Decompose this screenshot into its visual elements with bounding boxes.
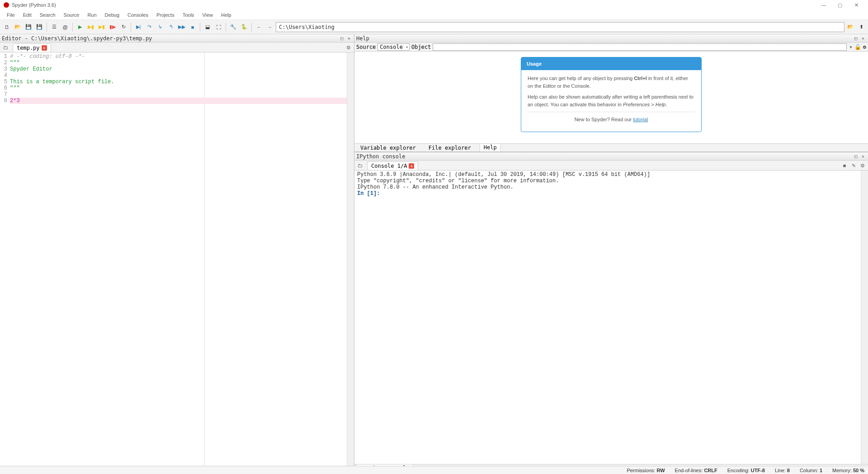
editor-tab-label: temp.py (17, 45, 40, 51)
console-body[interactable]: Python 3.6.9 |Anaconda, Inc.| (default, … (354, 171, 868, 464)
help-undock-icon[interactable]: ◰ (853, 35, 859, 42)
new-file-icon[interactable]: 🗋 (2, 22, 12, 32)
help-header-text: Help (356, 35, 369, 42)
close-pane-icon[interactable]: ✕ (346, 35, 352, 42)
console-close-icon[interactable]: ✕ (860, 153, 866, 160)
console-stop-icon[interactable]: ■ (841, 162, 848, 169)
debug-icon[interactable]: ▶| (133, 22, 143, 32)
step-out-icon[interactable]: ↰ (166, 22, 176, 32)
console-header: IPython console ◰ ✕ (354, 152, 868, 161)
editor-code[interactable]: # -*- coding: utf-8 -*-"""Spyder EditorT… (9, 52, 354, 472)
preferences-icon[interactable]: 🔧 (228, 22, 238, 32)
status-memory: Memory: 50 % (832, 468, 864, 473)
fullscreen-icon[interactable]: ⛶ (213, 22, 223, 32)
back-icon[interactable]: ← (254, 22, 264, 32)
console-remove-icon[interactable]: ✎ (850, 162, 857, 169)
help-pane: Help ◰ ✕ Source Console Object ▾ 🔓 ⚙ Usa… (354, 34, 868, 152)
dropdown-icon[interactable]: ▾ (849, 44, 853, 50)
menu-edit[interactable]: Edit (19, 11, 36, 19)
menu-source[interactable]: Source (60, 11, 84, 19)
usage-tutorial: New to Spyder? Read our tutorial (528, 116, 695, 123)
step-over-icon[interactable]: ↷ (144, 22, 154, 32)
tutorial-link[interactable]: tutorial (633, 117, 648, 122)
statusbar: Permissions: RW End-of-lines: CRLF Encod… (0, 466, 868, 472)
run-icon[interactable]: ▶ (75, 22, 85, 32)
usage-p2: Help can also be shown automatically aft… (528, 93, 695, 108)
console-scrollbar[interactable] (861, 171, 868, 464)
console-header-text: IPython console (356, 153, 405, 160)
source-label: Source (356, 44, 376, 50)
console-undock-icon[interactable]: ◰ (853, 153, 859, 160)
help-close-icon[interactable]: ✕ (860, 35, 866, 42)
menu-run[interactable]: Run (83, 11, 100, 19)
usage-title: Usage (521, 57, 701, 70)
console-tab[interactable]: Console 1/A ✕ (367, 161, 418, 170)
help-options-icon[interactable]: ⚙ (863, 44, 866, 50)
working-dir-input[interactable]: C:\Users\Xiaoting (276, 22, 844, 32)
editor-header: Editor - C:\Users\Xiaoting\.spyder-py3\t… (0, 34, 354, 43)
run-cell-advance-icon[interactable]: ▶▮ (97, 22, 107, 32)
usage-card: Usage Here you can get help of any objec… (521, 57, 702, 132)
parent-dir-icon[interactable]: ⬆ (856, 22, 866, 32)
save-all-icon[interactable]: 💾 (34, 22, 44, 32)
close-button[interactable]: ✕ (848, 0, 864, 10)
lock-icon[interactable]: 🔓 (854, 44, 861, 50)
menu-view[interactable]: View (198, 11, 217, 19)
menu-consoles[interactable]: Consoles (123, 11, 152, 19)
object-input[interactable] (433, 43, 846, 51)
file-browse-icon[interactable]: 🗀 (2, 44, 9, 51)
console-options-icon[interactable]: ⚙ (859, 162, 866, 169)
status-column: Column: 1 (800, 468, 822, 473)
editor-body[interactable]: 12345678 # -*- coding: utf-8 -*-"""Spyde… (0, 52, 354, 472)
editor-pane: Editor - C:\Users\Xiaoting\.spyder-py3\t… (0, 34, 354, 472)
browse-dir-icon[interactable]: 📂 (845, 22, 855, 32)
editor-tab-temp[interactable]: temp.py ✕ (13, 43, 51, 52)
rerun-icon[interactable]: ↻ (118, 22, 128, 32)
run-cell-icon[interactable]: ▶▮ (86, 22, 96, 32)
menu-search[interactable]: Search (36, 11, 60, 19)
maximize-button[interactable]: ▢ (832, 0, 848, 10)
continue-icon[interactable]: ▶▶ (177, 22, 187, 32)
step-into-icon[interactable]: ↳ (155, 22, 165, 32)
maximize-pane-icon[interactable]: ⬓ (203, 22, 212, 32)
pythonpath-icon[interactable]: 🐍 (239, 22, 249, 32)
menubar: File Edit Search Source Run Debug Consol… (0, 10, 868, 20)
outline-icon[interactable]: ☰ (49, 22, 59, 32)
toolbar: 🗋 📂 💾 💾 ☰ @ ▶ ▶▮ ▶▮ ▮▶ ↻ ▶| ↷ ↳ ↰ ▶▶ ■ ⬓… (0, 20, 868, 34)
editor-header-text: Editor - C:\Users\Xiaoting\.spyder-py3\t… (2, 35, 152, 42)
tab-close-icon[interactable]: ✕ (42, 45, 47, 51)
status-eol: End-of-lines: CRLF (675, 468, 717, 473)
help-bottom-tabs: Variable explorer File explorer Help (354, 143, 868, 152)
undock-icon[interactable]: ◰ (339, 35, 345, 42)
menu-file[interactable]: File (3, 11, 19, 19)
run-selection-icon[interactable]: ▮▶ (108, 22, 118, 32)
window-title: Spyder (Python 3.6) (12, 2, 56, 8)
editor-scrollbar[interactable] (347, 52, 354, 472)
console-tabrow: 🗀 Console 1/A ✕ ■ ✎ ⚙ (354, 161, 868, 171)
open-file-icon[interactable]: 📂 (13, 22, 23, 32)
menu-projects[interactable]: Projects (152, 11, 179, 19)
editor-options-icon[interactable]: ⚙ (345, 44, 352, 51)
spyder-icon (4, 2, 9, 8)
console-tab-close-icon[interactable]: ✕ (409, 163, 414, 169)
usage-p1: Here you can get help of any object by p… (528, 75, 695, 90)
status-permissions: Permissions: RW (627, 468, 665, 473)
tab-help[interactable]: Help (480, 143, 501, 152)
minimize-button[interactable]: — (816, 0, 832, 10)
menu-tools[interactable]: Tools (179, 11, 198, 19)
menu-debug[interactable]: Debug (101, 11, 123, 19)
forward-icon[interactable]: → (265, 22, 275, 32)
save-icon[interactable]: 💾 (24, 22, 33, 32)
help-header: Help ◰ ✕ (354, 34, 868, 43)
status-encoding: Encoding: UTF-8 (727, 468, 765, 473)
object-label: Object (411, 44, 431, 50)
status-line: Line: 8 (775, 468, 790, 473)
at-icon[interactable]: @ (60, 22, 70, 32)
source-combo[interactable]: Console (377, 43, 410, 51)
stop-icon[interactable]: ■ (188, 22, 198, 32)
tab-variable-explorer[interactable]: Variable explorer (356, 144, 420, 152)
console-browse-icon[interactable]: 🗀 (356, 162, 363, 169)
menu-help[interactable]: Help (217, 11, 236, 19)
editor-tabrow: 🗀 temp.py ✕ ⚙ (0, 43, 354, 52)
tab-file-explorer[interactable]: File explorer (425, 144, 475, 152)
